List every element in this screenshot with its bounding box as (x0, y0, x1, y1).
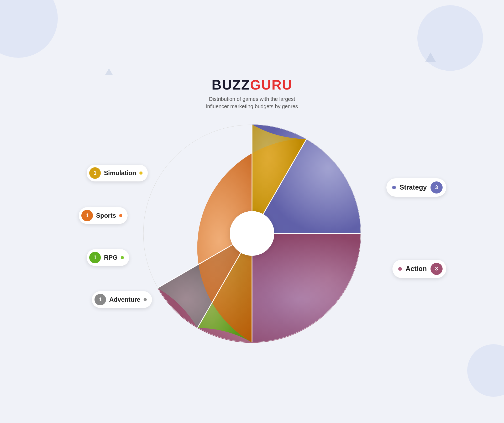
bg-decoration-3 (467, 344, 504, 397)
adventure-badge: 1 (94, 294, 106, 305)
chart-area: 1 Simulation 1 Sports 1 RPG 1 Adve (139, 121, 365, 346)
sports-badge: 1 (81, 210, 93, 221)
label-action: Action 3 (392, 260, 446, 278)
rpg-dot (121, 256, 124, 259)
main-container: BUZZGURU Distribution of games with the … (139, 77, 365, 346)
strategy-badge: 3 (430, 181, 443, 194)
action-dot (398, 267, 402, 271)
sports-dot (119, 214, 122, 217)
simulation-badge: 1 (89, 167, 101, 179)
adventure-dot (144, 298, 147, 301)
center-circle (230, 211, 274, 256)
label-rpg: 1 RPG (87, 249, 129, 266)
logo-guru: GURU (250, 77, 292, 92)
logo-buzz: BUZZ (212, 77, 250, 92)
triangle-decoration-2 (105, 68, 113, 75)
chart-subtitle: Distribution of games with the largest i… (206, 95, 298, 110)
logo: BUZZGURU (212, 77, 292, 93)
label-simulation: 1 Simulation (87, 165, 148, 181)
rpg-badge: 1 (89, 252, 101, 263)
triangle-decoration-1 (425, 53, 436, 62)
simulation-dot (139, 171, 143, 175)
action-badge: 3 (430, 263, 443, 275)
label-strategy: Strategy 3 (386, 178, 446, 197)
bg-decoration-1 (0, 0, 58, 58)
label-adventure: 1 Adventure (92, 291, 152, 308)
label-sports: 1 Sports (79, 207, 128, 224)
strategy-dot (392, 186, 396, 189)
